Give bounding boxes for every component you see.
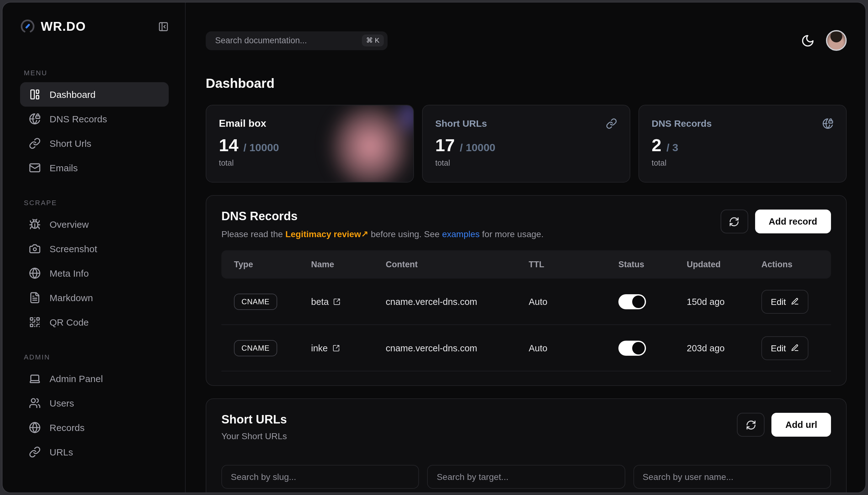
sidebar-item-dns-records[interactable]: DNS Records xyxy=(20,107,169,131)
sidebar-item-admin-panel[interactable]: Admin Panel xyxy=(20,366,169,391)
sidebar-item-label: Overview xyxy=(50,219,89,229)
sidebar-item-label: Dashboard xyxy=(50,89,96,100)
laptop-icon xyxy=(29,373,41,385)
urls-panel-title: Short URLs xyxy=(221,413,287,427)
nav-group-admin: ADMIN Admin Panel xyxy=(20,353,169,464)
shortcut-badge: ⌘ K xyxy=(362,34,384,47)
stat-card-short-urls: Short URLs 17 / 10000 total xyxy=(422,105,630,183)
sidebar-item-label: Markdown xyxy=(50,292,93,303)
status-toggle[interactable] xyxy=(619,340,646,355)
edit-record-button[interactable]: Edit xyxy=(761,336,809,360)
status-toggle[interactable] xyxy=(619,294,646,309)
gauge-logo-icon xyxy=(20,19,35,34)
link-icon xyxy=(606,118,617,129)
dns-records-table: Type Name Content TTL Status Updated Act… xyxy=(221,250,831,371)
sidebar-item-emails[interactable]: Emails xyxy=(20,156,169,180)
sidebar-item-short-urls[interactable]: Short Urls xyxy=(20,131,169,156)
desc-text: Please read the xyxy=(221,229,285,239)
col-header-updated: Updated xyxy=(674,260,749,269)
sidebar-item-qr-code[interactable]: QR Code xyxy=(20,310,169,335)
globe-lock-icon xyxy=(29,113,41,125)
dns-panel-description: Please read the Legitimacy review↗ befor… xyxy=(221,229,543,239)
dns-panel-heading: DNS Records Please read the Legitimacy r… xyxy=(221,209,543,239)
legitimacy-review-link[interactable]: Legitimacy review xyxy=(285,229,361,239)
external-link-icon xyxy=(332,344,340,352)
stat-card-title: Short URLs xyxy=(435,118,487,129)
desc-text: before using. See xyxy=(368,229,442,239)
table-row: CNAME inke cname.vercel-dns.com Auto xyxy=(221,325,831,371)
record-name: inke xyxy=(311,343,328,353)
sidebar-item-dashboard[interactable]: Dashboard xyxy=(20,82,169,107)
stat-caption: total xyxy=(219,159,401,168)
stat-card-dns-records: DNS Records 2 / 3 total xyxy=(639,105,847,183)
record-ttl: Auto xyxy=(516,296,606,306)
qr-code-icon xyxy=(29,316,41,328)
pen-line-icon xyxy=(791,344,799,352)
sidebar-item-markdown[interactable]: Markdown xyxy=(20,286,169,310)
record-updated: 203d ago xyxy=(674,343,749,353)
brand-name: WR.DO xyxy=(41,19,86,34)
sidebar-item-label: Admin Panel xyxy=(50,373,103,384)
stat-limit: / 10000 xyxy=(243,142,279,154)
app-window: WR.DO MENU xyxy=(2,2,866,493)
record-name-link[interactable]: inke xyxy=(298,343,373,353)
sidebar-item-label: Screenshot xyxy=(50,243,97,254)
nav-group-menu: MENU Dashboard xyxy=(20,69,169,180)
dns-records-panel: DNS Records Please read the Legitimacy r… xyxy=(206,195,847,386)
theme-toggle-button[interactable] xyxy=(801,34,815,47)
stat-card-email-box: Email box 14 / 10000 total xyxy=(206,105,414,183)
search-by-target-input[interactable] xyxy=(428,465,625,489)
sidebar-header: WR.DO xyxy=(20,19,169,34)
urls-panel-subtitle: Your Short URLs xyxy=(221,431,287,441)
sidebar-item-label: Users xyxy=(50,398,74,408)
pen-line-icon xyxy=(791,297,799,306)
layout-dashboard-icon xyxy=(29,88,41,100)
sidebar-item-screenshot[interactable]: Screenshot xyxy=(20,237,169,261)
add-url-button[interactable]: Add url xyxy=(772,413,831,437)
doc-search[interactable]: ⌘ K xyxy=(206,31,387,50)
dns-panel-actions: Add record xyxy=(720,209,831,233)
search-by-slug-input[interactable] xyxy=(221,465,419,489)
dns-panel-title: DNS Records xyxy=(221,209,543,223)
sidebar-item-label: URLs xyxy=(50,447,73,457)
stat-caption: total xyxy=(435,159,617,168)
sidebar-item-label: Emails xyxy=(50,163,78,173)
col-header-actions: Actions xyxy=(749,260,831,269)
topbar: ⌘ K xyxy=(206,30,847,51)
sidebar-collapse-button[interactable] xyxy=(158,21,169,32)
stat-limit: / 10000 xyxy=(460,142,495,154)
stat-value: 2 xyxy=(652,137,661,154)
sidebar-item-records[interactable]: Records xyxy=(20,415,169,440)
col-header-ttl: TTL xyxy=(516,260,606,269)
sidebar-item-overview[interactable]: Overview xyxy=(20,212,169,237)
record-content: cname.vercel-dns.com xyxy=(373,296,516,306)
search-by-user-name-input[interactable] xyxy=(633,465,831,489)
record-name-link[interactable]: beta xyxy=(298,296,373,306)
refresh-button[interactable] xyxy=(737,413,765,437)
urls-panel-actions: Add url xyxy=(737,413,831,437)
mail-icon xyxy=(29,162,41,174)
refresh-icon xyxy=(729,216,740,227)
add-record-button[interactable]: Add record xyxy=(755,209,831,233)
table-row: CNAME beta cname.vercel-dns.com Auto xyxy=(221,278,831,325)
user-avatar[interactable] xyxy=(826,30,847,51)
sidebar-item-meta-info[interactable]: Meta Info xyxy=(20,261,169,286)
sidebar-item-label: Meta Info xyxy=(50,268,89,278)
edit-record-button[interactable]: Edit xyxy=(761,290,809,313)
sidebar-item-label: QR Code xyxy=(50,317,89,327)
col-header-type: Type xyxy=(221,260,298,269)
users-icon xyxy=(29,397,41,409)
refresh-button[interactable] xyxy=(720,209,748,233)
stat-value: 14 xyxy=(219,137,238,154)
record-content: cname.vercel-dns.com xyxy=(373,343,516,353)
file-text-icon xyxy=(29,292,41,304)
examples-link[interactable]: examples xyxy=(442,229,480,239)
desc-text: for more usage. xyxy=(480,229,544,239)
sidebar-item-users[interactable]: Users xyxy=(20,391,169,415)
doc-search-input[interactable] xyxy=(214,35,357,46)
brand[interactable]: WR.DO xyxy=(20,19,86,34)
edit-label: Edit xyxy=(771,296,786,306)
sidebar-item-urls[interactable]: URLs xyxy=(20,440,169,464)
short-urls-panel: Short URLs Your Short URLs xyxy=(206,398,847,493)
globe-icon xyxy=(29,422,41,433)
